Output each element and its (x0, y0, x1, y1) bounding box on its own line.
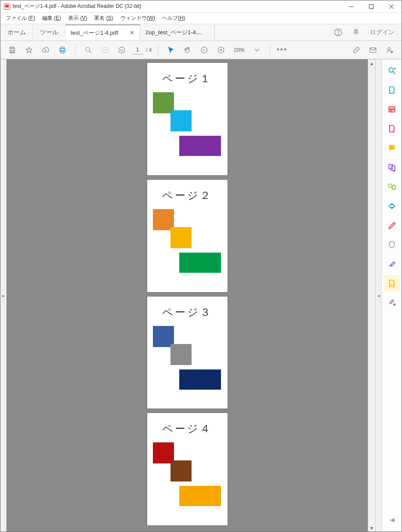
svg-rect-30 (389, 107, 395, 109)
create-pdf-tool[interactable] (384, 121, 400, 137)
fill-sign-tool[interactable] (384, 256, 400, 272)
page-4[interactable]: ページ４ (147, 413, 228, 525)
window-title: test_ページ1-4.pdf - Adobe Acrobat Reader D… (13, 3, 141, 10)
close-tab-icon[interactable]: ✕ (125, 29, 134, 36)
shape-square (170, 460, 192, 481)
export-pdf-tool[interactable] (384, 82, 400, 98)
zoom-in-button[interactable] (214, 43, 228, 57)
star-button[interactable] (22, 43, 36, 57)
protect-tool[interactable] (384, 237, 400, 253)
shape-square (170, 344, 192, 365)
scroll-up-icon[interactable]: ▴ (368, 59, 375, 67)
svg-rect-37 (392, 185, 395, 189)
email-button[interactable] (366, 43, 380, 57)
document-tab-1[interactable]: 2up_test_ページ1-4.... (140, 24, 215, 40)
page-title: ページ１ (162, 72, 212, 86)
page-up-button[interactable] (98, 43, 112, 57)
svg-rect-6 (11, 47, 14, 49)
svg-point-13 (102, 47, 108, 53)
tab-home[interactable]: ホーム (0, 24, 33, 40)
svg-rect-1 (369, 4, 373, 8)
redact-tool[interactable] (384, 217, 400, 233)
combine-files-tool[interactable] (384, 159, 400, 175)
select-tool[interactable] (164, 43, 177, 57)
find-button[interactable] (82, 43, 95, 57)
maximize-button[interactable] (361, 0, 381, 13)
comment-tool[interactable] (384, 140, 400, 156)
menu-window[interactable]: ウィンドウ(W) (117, 13, 159, 24)
svg-rect-20 (370, 47, 376, 52)
page-title: ページ４ (162, 422, 212, 436)
zoom-level[interactable]: 20% (231, 47, 247, 53)
pages-container[interactable]: ページ１ ページ２ ページ３ (7, 59, 368, 532)
svg-rect-7 (11, 50, 14, 52)
compress-pdf-tool[interactable] (384, 198, 400, 214)
shape-rect (179, 136, 221, 156)
scroll-down-icon[interactable]: ▾ (368, 524, 375, 532)
page-title: ページ２ (162, 188, 212, 203)
svg-line-26 (393, 72, 395, 74)
tab-tools[interactable]: ツール (33, 24, 65, 40)
tabbar: ホーム ツール test_ページ1-4.pdf ✕ 2up_test_ページ1-… (0, 24, 402, 41)
toolbar: / 4 20% ••• (0, 41, 402, 59)
page-2[interactable]: ページ２ (147, 180, 228, 292)
svg-rect-36 (388, 184, 391, 188)
menu-view[interactable]: 表示 (V) (65, 13, 91, 24)
menu-file[interactable]: ファイル (F) (2, 13, 39, 24)
shape-square (170, 227, 192, 248)
organize-pages-tool[interactable] (384, 179, 400, 195)
request-signatures-tool[interactable] (384, 275, 400, 291)
page-1[interactable]: ページ１ (147, 63, 228, 175)
document-tab-0[interactable]: test_ページ1-4.pdf ✕ (65, 24, 140, 40)
share-people-button[interactable] (383, 43, 396, 57)
close-button[interactable] (381, 0, 402, 13)
vertical-scrollbar[interactable]: ▴ ▾ (368, 59, 375, 532)
more-tools[interactable]: ••• (276, 45, 287, 54)
page-total: / 4 (146, 47, 152, 53)
document-area: ページ１ ページ２ ページ３ (7, 59, 381, 532)
document-tab-label: test_ページ1-4.pdf (71, 29, 118, 37)
svg-point-21 (388, 47, 391, 50)
search-tool[interactable] (384, 63, 400, 79)
svg-point-25 (389, 68, 393, 72)
svg-point-5 (338, 34, 338, 35)
minimize-button[interactable] (341, 0, 361, 13)
cloud-upload-button[interactable] (39, 43, 52, 57)
share-link-button[interactable] (350, 43, 363, 57)
document-tab-label: 2up_test_ページ1-4.... (145, 29, 202, 36)
hand-tool[interactable] (181, 43, 194, 57)
zoom-out-button[interactable] (198, 43, 211, 57)
shape-rect (179, 486, 221, 506)
menu-edit[interactable]: 編集 (E) (39, 13, 65, 24)
page-number-input[interactable] (132, 46, 143, 54)
page-title: ページ３ (162, 305, 212, 319)
zoom-dropdown[interactable] (250, 43, 264, 57)
bell-icon[interactable] (352, 28, 360, 36)
app-icon (4, 4, 10, 10)
svg-point-11 (86, 47, 90, 51)
menubar: ファイル (F) 編集 (E) 表示 (V) 署名 (S) ウィンドウ(W) ヘ… (0, 13, 402, 24)
save-button[interactable] (6, 43, 19, 57)
menu-sign[interactable]: 署名 (S) (91, 13, 116, 24)
page-down-button[interactable] (115, 43, 128, 57)
menu-help[interactable]: ヘルプ(H) (159, 13, 189, 24)
login-button[interactable]: ログイン (370, 29, 395, 36)
shape-rect (179, 369, 221, 390)
shape-rect (179, 253, 221, 273)
shape-square (170, 110, 192, 131)
right-tools-panel (381, 59, 402, 532)
svg-line-12 (89, 51, 91, 53)
titlebar: test_ページ1-4.pdf - Adobe Acrobat Reader D… (0, 0, 402, 13)
edit-pdf-tool[interactable] (384, 101, 400, 117)
more-tools-button[interactable] (384, 295, 400, 311)
page-indicator: / 4 (132, 46, 152, 54)
help-icon[interactable] (334, 28, 342, 36)
print-button[interactable] (56, 43, 69, 57)
svg-rect-10 (61, 51, 64, 53)
expand-panel-button[interactable] (384, 512, 400, 528)
svg-point-14 (119, 47, 125, 53)
left-panel-handle[interactable]: ▸ (0, 59, 7, 532)
right-panel-handle[interactable]: ◂ (375, 59, 381, 532)
page-3[interactable]: ページ３ (147, 297, 228, 409)
